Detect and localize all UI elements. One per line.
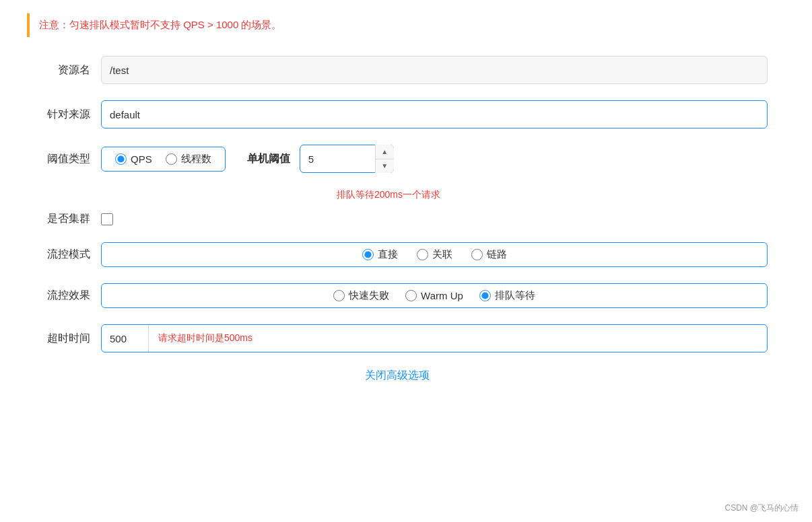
close-link-container: 关闭高级选项 xyxy=(27,369,768,383)
qps-radio[interactable] xyxy=(115,153,127,165)
flow-related-option[interactable]: 关联 xyxy=(417,248,452,261)
flow-related-label: 关联 xyxy=(432,248,452,261)
flow-chain-radio[interactable] xyxy=(471,249,483,260)
timeout-input[interactable] xyxy=(102,325,149,352)
effect-radio-group: 快速失败 Warm Up 排队等待 xyxy=(101,283,768,308)
timeout-input-group: 请求超时时间是500ms xyxy=(101,324,768,352)
qps-option[interactable]: QPS xyxy=(115,153,152,165)
effect-warm-up-radio[interactable] xyxy=(405,290,417,301)
effect-row: 流控效果 快速失败 Warm Up 排队等待 xyxy=(27,283,768,308)
flow-direct-label: 直接 xyxy=(378,248,398,261)
threads-radio[interactable] xyxy=(166,153,177,165)
threshold-type-label: 阈值类型 xyxy=(27,152,101,166)
effect-fast-fail-radio[interactable] xyxy=(333,290,345,301)
threshold-row: 阈值类型 QPS 线程数 单机阈值 ▲ ▼ xyxy=(27,145,768,173)
timeout-row: 超时时间 请求超时时间是500ms xyxy=(27,324,768,352)
effect-queue-radio[interactable] xyxy=(479,290,491,301)
effect-label: 流控效果 xyxy=(27,289,101,303)
flow-control-radio-group: 直接 关联 链路 xyxy=(101,242,768,267)
cluster-checkbox-item xyxy=(101,213,113,225)
cluster-label: 是否集群 xyxy=(27,212,101,226)
flow-direct-radio[interactable] xyxy=(362,249,374,260)
effect-fast-fail-label: 快速失败 xyxy=(349,289,389,302)
cluster-row: 是否集群 xyxy=(27,212,768,226)
source-label: 针对来源 xyxy=(27,108,101,122)
source-row: 针对来源 xyxy=(27,100,768,128)
effect-queue-option[interactable]: 排队等待 xyxy=(479,289,535,302)
threshold-spinner: ▲ ▼ xyxy=(375,145,394,173)
resource-label: 资源名 xyxy=(27,63,101,77)
notice-text: 注意：匀速排队模式暂时不支持 QPS > 1000 的场景。 xyxy=(39,19,281,30)
flow-direct-option[interactable]: 直接 xyxy=(362,248,398,261)
threshold-section: 单机阈值 ▲ ▼ xyxy=(247,145,394,173)
threads-label: 线程数 xyxy=(181,153,211,165)
threshold-decrement[interactable]: ▼ xyxy=(376,159,394,174)
threshold-type-radio-group: QPS 线程数 xyxy=(101,147,226,172)
close-advanced-link[interactable]: 关闭高级选项 xyxy=(365,369,430,381)
single-threshold-label: 单机阈值 xyxy=(247,152,290,166)
resource-row: 资源名 xyxy=(27,56,768,84)
flow-related-radio[interactable] xyxy=(417,249,428,260)
effect-warm-up-label: Warm Up xyxy=(421,290,463,301)
qps-label: QPS xyxy=(131,153,152,165)
notice-bar: 注意：匀速排队模式暂时不支持 QPS > 1000 的场景。 xyxy=(27,13,785,37)
effect-fast-fail-option[interactable]: 快速失败 xyxy=(333,289,389,302)
source-input[interactable] xyxy=(101,100,768,128)
form-container: 资源名 针对来源 阈值类型 QPS 线程数 单机阈值 ▲ ▼ xyxy=(27,56,768,383)
threshold-increment[interactable]: ▲ xyxy=(376,145,394,159)
cluster-checkbox[interactable] xyxy=(101,213,113,225)
threshold-input-wrapper: ▲ ▼ xyxy=(300,145,394,173)
timeout-label: 超时时间 xyxy=(27,332,101,346)
timeout-hint: 请求超时时间是500ms xyxy=(149,332,262,344)
flow-chain-option[interactable]: 链路 xyxy=(471,248,507,261)
flow-control-label: 流控模式 xyxy=(27,248,101,262)
flow-control-row: 流控模式 直接 关联 链路 xyxy=(27,242,768,267)
resource-input[interactable] xyxy=(101,56,768,84)
effect-warm-up-option[interactable]: Warm Up xyxy=(405,290,463,301)
effect-queue-label: 排队等待 xyxy=(495,289,535,302)
threads-option[interactable]: 线程数 xyxy=(166,153,211,165)
queue-hint: 排队等待200ms一个请求 xyxy=(337,189,768,201)
flow-chain-label: 链路 xyxy=(487,248,507,261)
